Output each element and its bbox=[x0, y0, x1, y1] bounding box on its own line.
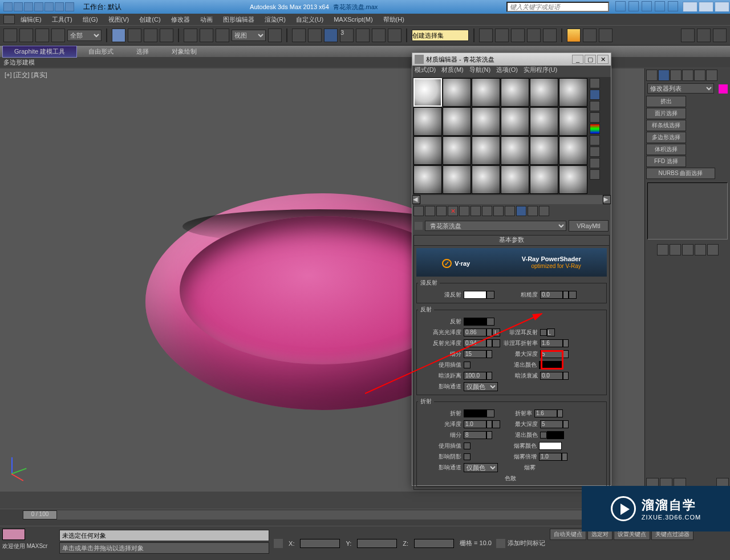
diffuse-color-swatch[interactable] bbox=[464, 291, 486, 299]
teapot2-button[interactable] bbox=[697, 29, 711, 42]
refr-subdiv-spinner[interactable]: 8 bbox=[464, 431, 486, 439]
rotate-button[interactable] bbox=[200, 29, 213, 42]
material-slot[interactable] bbox=[443, 136, 471, 165]
configure-sets-icon[interactable] bbox=[707, 244, 719, 255]
motion-tab-icon[interactable] bbox=[682, 70, 694, 81]
scroll-right[interactable]: ▶ bbox=[603, 195, 611, 204]
fresnel-ior-updown[interactable] bbox=[563, 339, 569, 347]
mod-ffd-select[interactable]: FFD 选择 bbox=[646, 156, 686, 167]
selection-filter[interactable]: 全部 bbox=[67, 30, 102, 41]
medit-menu-nav[interactable]: 导航(N) bbox=[469, 66, 490, 77]
fresnel-checkbox[interactable] bbox=[540, 329, 547, 336]
maximize-button[interactable] bbox=[699, 2, 713, 12]
gloss-updown[interactable] bbox=[486, 420, 492, 428]
put-library-icon[interactable] bbox=[482, 206, 492, 216]
ior-spinner[interactable]: 1.6 bbox=[534, 409, 557, 417]
dimdist-spinner[interactable]: 100.0 bbox=[464, 372, 486, 380]
layers-button[interactable] bbox=[511, 29, 525, 42]
menu-animation[interactable]: 动画 bbox=[196, 15, 217, 24]
named-selection-set[interactable] bbox=[412, 30, 469, 41]
material-slot[interactable] bbox=[472, 78, 500, 107]
background-icon[interactable] bbox=[590, 101, 600, 111]
angle-snap-button[interactable]: 3 bbox=[340, 29, 354, 42]
go-forward-icon[interactable] bbox=[539, 206, 549, 216]
time-tag-icon[interactable] bbox=[496, 539, 505, 548]
subdiv-updown[interactable] bbox=[486, 350, 492, 358]
subscription-icon[interactable] bbox=[628, 1, 639, 11]
select-manipulate-button[interactable] bbox=[292, 29, 306, 42]
medit-minimize[interactable]: _ bbox=[572, 55, 583, 64]
color-check-icon[interactable] bbox=[590, 124, 600, 134]
display-tab-icon[interactable] bbox=[694, 70, 705, 81]
medit-close[interactable]: ✕ bbox=[597, 55, 609, 64]
gloss-spinner[interactable]: 1.0 bbox=[464, 420, 486, 428]
reset-map-icon[interactable]: ✕ bbox=[448, 206, 458, 216]
menu-edit[interactable]: 编辑(E) bbox=[16, 15, 46, 24]
undo-icon[interactable] bbox=[44, 2, 54, 11]
menu-help[interactable]: 帮助(H) bbox=[379, 15, 409, 24]
schematic-button[interactable] bbox=[543, 29, 557, 42]
material-slot[interactable] bbox=[501, 136, 529, 165]
app-menu-icon[interactable] bbox=[3, 2, 13, 11]
material-slot[interactable] bbox=[559, 165, 587, 194]
roughness-map-button[interactable] bbox=[569, 291, 577, 299]
mod-poly-select[interactable]: 多边形选择 bbox=[646, 132, 686, 143]
material-slot[interactable] bbox=[443, 78, 471, 107]
mod-nurbs-select[interactable]: NURBS 曲面选择 bbox=[646, 168, 715, 179]
reflect-color-swatch[interactable] bbox=[464, 318, 486, 326]
material-slot[interactable] bbox=[501, 78, 529, 107]
sample-type-icon[interactable] bbox=[590, 78, 600, 88]
select-by-material-icon[interactable] bbox=[590, 158, 600, 168]
options-icon[interactable] bbox=[590, 147, 600, 157]
modify-tab-icon[interactable] bbox=[658, 70, 670, 81]
mod-patch-select[interactable]: 面片选择 bbox=[646, 108, 686, 119]
refr-maxdepth-updown[interactable] bbox=[563, 420, 569, 428]
make-preview-icon[interactable] bbox=[590, 135, 600, 145]
material-slot[interactable] bbox=[530, 78, 558, 107]
menu-maxscript[interactable]: MAXScript(M) bbox=[329, 16, 377, 23]
fresnel-ior-spinner[interactable]: 1.6 bbox=[540, 339, 563, 347]
edit-named-sets-button[interactable] bbox=[388, 29, 402, 42]
go-parent-icon[interactable] bbox=[528, 206, 538, 216]
refr-subdiv-updown[interactable] bbox=[486, 431, 492, 439]
create-tab-icon[interactable] bbox=[646, 70, 658, 81]
refl-gloss-spinner[interactable]: 0.94 bbox=[464, 339, 486, 347]
exchange-icon[interactable] bbox=[642, 1, 652, 11]
align-button[interactable] bbox=[495, 29, 509, 42]
make-unique-icon[interactable] bbox=[471, 206, 481, 216]
lock-selection-icon[interactable] bbox=[274, 539, 283, 548]
minimize-button[interactable] bbox=[683, 2, 697, 12]
material-map-nav-icon[interactable] bbox=[590, 169, 600, 180]
menu-tools[interactable]: 工具(T) bbox=[47, 15, 77, 24]
assign-selection-icon[interactable] bbox=[436, 206, 447, 216]
fogmult-updown[interactable] bbox=[562, 453, 567, 461]
z-input[interactable] bbox=[414, 539, 454, 548]
material-editor-button[interactable] bbox=[567, 29, 581, 42]
material-slot[interactable] bbox=[501, 107, 529, 136]
make-unique-icon[interactable] bbox=[682, 244, 694, 255]
help-search-input[interactable] bbox=[506, 2, 609, 12]
keyboard-shortcut-button[interactable] bbox=[308, 29, 322, 42]
medit-titlebar[interactable]: 材质编辑器 - 青花茶洗盘 _ ▢ ✕ bbox=[412, 53, 611, 66]
material-slot[interactable] bbox=[530, 107, 558, 136]
favorite-icon[interactable] bbox=[655, 1, 665, 11]
refr-affect-select[interactable]: 仅颜色 bbox=[464, 463, 498, 472]
put-to-scene-icon[interactable] bbox=[425, 206, 435, 216]
medit-menu-options[interactable]: 选项(O) bbox=[496, 66, 518, 77]
mod-spline-select[interactable]: 样条线选择 bbox=[646, 120, 686, 131]
make-copy-icon[interactable] bbox=[459, 206, 469, 216]
object-color-swatch[interactable] bbox=[719, 84, 728, 94]
ribbon-tab-selection[interactable]: 选择 bbox=[125, 46, 160, 57]
ior-updown[interactable] bbox=[557, 409, 563, 417]
maxscript-mini-listener[interactable] bbox=[2, 529, 25, 540]
material-slot[interactable] bbox=[559, 78, 587, 107]
refl-gloss-map[interactable] bbox=[492, 339, 500, 347]
search-icon[interactable] bbox=[615, 1, 626, 11]
pin-stack-icon[interactable] bbox=[657, 244, 668, 255]
sample-uv-icon[interactable] bbox=[590, 112, 600, 123]
material-slot[interactable] bbox=[443, 107, 471, 136]
refract-map[interactable] bbox=[486, 409, 494, 417]
scale-button[interactable] bbox=[216, 29, 229, 42]
fresnel-lock[interactable]: L bbox=[547, 328, 555, 336]
menu-grapheditors[interactable]: 图形编辑器 bbox=[218, 15, 259, 24]
